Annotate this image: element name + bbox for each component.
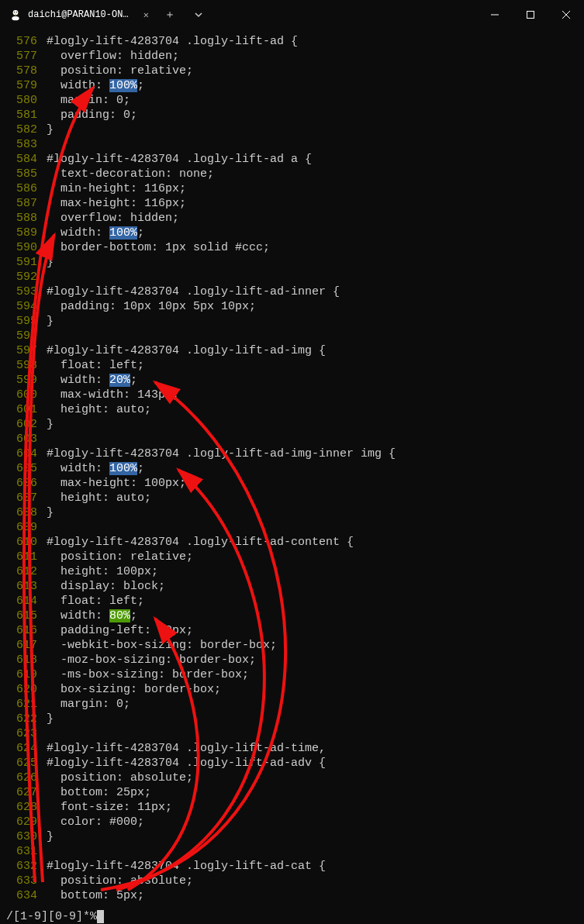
line-number: 593: [0, 284, 47, 299]
code-text: }: [47, 122, 54, 137]
code-line: 599 width: 20%;: [0, 373, 584, 388]
vim-command-line[interactable]: /[1-9][0-9]*%: [0, 908, 584, 924]
code-text: margin: 0;: [47, 697, 130, 712]
code-text: max-height: 100px;: [47, 476, 186, 491]
code-text: width: 100%;: [47, 78, 144, 93]
code-line: 627 bottom: 25px;: [0, 785, 584, 800]
code-text: position: relative;: [47, 64, 193, 78]
code-line: 584#logly-lift-4283704 .logly-lift-ad a …: [0, 152, 584, 167]
line-number: 619: [0, 667, 47, 682]
line-number: 579: [0, 78, 47, 93]
code-line: 614 float: left;: [0, 594, 584, 609]
line-number: 586: [0, 181, 47, 196]
line-number: 585: [0, 167, 47, 181]
search-highlight: 100%: [109, 226, 137, 240]
code-text: width: 20%;: [47, 373, 137, 388]
line-number: 580: [0, 93, 47, 108]
code-line: 601 height: auto;: [0, 402, 584, 417]
line-number: 577: [0, 49, 47, 64]
line-number: 582: [0, 122, 47, 137]
editor-area[interactable]: 576#logly-lift-4283704 .logly-lift-ad {5…: [0, 29, 584, 903]
line-number: 599: [0, 373, 47, 388]
code-line: 619 -ms-box-sizing: border-box;: [0, 667, 584, 682]
titlebar: daichi@PARAN10-ONGS: ~/Do… ✕ ＋: [0, 0, 584, 29]
line-number: 609: [0, 520, 47, 535]
code-line: 590 border-bottom: 1px solid #ccc;: [0, 240, 584, 255]
line-number: 602: [0, 417, 47, 432]
code-text: max-height: 116px;: [47, 196, 186, 211]
line-number: 614: [0, 594, 47, 609]
code-line: 595}: [0, 314, 584, 329]
code-text: font-size: 11px;: [47, 800, 172, 815]
new-tab-button[interactable]: ＋: [155, 0, 185, 29]
code-text: padding: 0;: [47, 108, 137, 122]
line-number: 630: [0, 829, 47, 844]
close-button[interactable]: [548, 0, 584, 29]
code-line: 620 box-sizing: border-box;: [0, 682, 584, 697]
code-line: 622}: [0, 712, 584, 726]
line-number: 596: [0, 329, 47, 343]
close-icon[interactable]: ✕: [143, 9, 149, 21]
code-text: #logly-lift-4283704 .logly-lift-ad {: [47, 34, 298, 49]
line-number: 610: [0, 535, 47, 550]
code-text: }: [47, 712, 54, 726]
line-number: 618: [0, 653, 47, 667]
code-line: 617 -webkit-box-sizing: border-box;: [0, 638, 584, 653]
code-line: 630}: [0, 829, 584, 844]
code-text: #logly-lift-4283704 .logly-lift-ad-cat {: [47, 859, 326, 874]
tab-dropdown-icon[interactable]: [185, 0, 213, 29]
minimize-button[interactable]: [477, 0, 513, 29]
line-number: 578: [0, 64, 47, 78]
line-number: 627: [0, 785, 47, 800]
line-number: 612: [0, 564, 47, 579]
code-line: 634 bottom: 5px;: [0, 888, 584, 903]
code-line: 609: [0, 520, 584, 535]
code-text: bottom: 25px;: [47, 785, 151, 800]
line-number: 624: [0, 741, 47, 756]
code-line: 578 position: relative;: [0, 64, 584, 78]
code-line: 604#logly-lift-4283704 .logly-lift-ad-im…: [0, 446, 584, 461]
line-number: 621: [0, 697, 47, 712]
code-text: }: [47, 314, 54, 329]
line-number: 594: [0, 299, 47, 314]
line-number: 576: [0, 34, 47, 49]
search-pattern: /[1-9][0-9]*%: [6, 910, 97, 923]
code-line: 587 max-height: 116px;: [0, 196, 584, 211]
line-number: 608: [0, 505, 47, 520]
code-line: 623: [0, 726, 584, 741]
code-line: 588 overflow: hidden;: [0, 211, 584, 226]
line-number: 634: [0, 888, 47, 903]
code-text: #logly-lift-4283704 .logly-lift-ad-adv {: [47, 756, 326, 771]
line-number: 623: [0, 726, 47, 741]
code-text: position: absolute;: [47, 771, 193, 785]
line-number: 633: [0, 874, 47, 888]
line-number: 601: [0, 402, 47, 417]
line-number: 583: [0, 137, 47, 152]
search-highlight: 100%: [109, 79, 137, 92]
code-text: height: auto;: [47, 491, 151, 505]
code-line: 581 padding: 0;: [0, 108, 584, 122]
code-text: width: 80%;: [47, 609, 137, 623]
code-text: max-width: 143px;: [47, 388, 179, 402]
tab-title: daichi@PARAN10-ONGS: ~/Do…: [28, 9, 134, 20]
code-text: #logly-lift-4283704 .logly-lift-ad-time,: [47, 741, 326, 756]
code-line: 606 max-height: 100px;: [0, 476, 584, 491]
code-text: position: absolute;: [47, 874, 193, 888]
code-line: 608}: [0, 505, 584, 520]
code-line: 582}: [0, 122, 584, 137]
code-text: overflow: hidden;: [47, 49, 179, 64]
search-highlight: 20%: [109, 374, 130, 387]
terminal-tab[interactable]: daichi@PARAN10-ONGS: ~/Do… ✕: [0, 0, 155, 29]
code-line: 602}: [0, 417, 584, 432]
code-line: 607 height: auto;: [0, 491, 584, 505]
line-number: 600: [0, 388, 47, 402]
code-line: 597#logly-lift-4283704 .logly-lift-ad-im…: [0, 343, 584, 358]
code-line: 616 padding-left: 10px;: [0, 623, 584, 638]
code-text: }: [47, 829, 54, 844]
line-number: 620: [0, 682, 47, 697]
code-line: 611 position: relative;: [0, 550, 584, 564]
code-text: border-bottom: 1px solid #ccc;: [47, 240, 270, 255]
code-line: 592: [0, 270, 584, 284]
code-text: height: 100px;: [47, 564, 158, 579]
maximize-button[interactable]: [513, 0, 548, 29]
